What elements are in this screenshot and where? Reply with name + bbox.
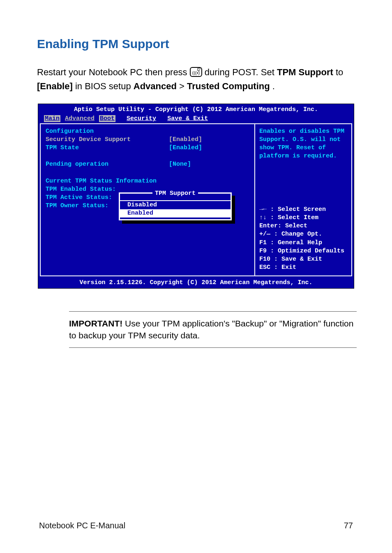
- pending-operation-value: [None]: [169, 160, 191, 169]
- configuration-label: Configuration: [46, 127, 250, 136]
- hint-f1: F1 : General Help: [259, 239, 349, 247]
- popup-option-enabled[interactable]: Enabled: [120, 209, 231, 217]
- intro-text-to: to: [336, 67, 343, 77]
- bios-key-hints: →← : Select Screen ↑↓ : Select Item Ente…: [259, 206, 349, 272]
- important-note: IMPORTANT! Use your TPM application's "B…: [69, 311, 357, 348]
- f2-label: f2: [197, 68, 200, 72]
- tab-main[interactable]: Main: [44, 115, 60, 122]
- pending-operation-row[interactable]: Pending operation [None]: [46, 160, 250, 169]
- hint-esc: ESC : Exit: [259, 264, 349, 272]
- tpm-support-popup: TPM Support Disabled Enabled: [119, 192, 232, 221]
- tpm-state-row[interactable]: TPM State [Enabled]: [46, 144, 250, 152]
- hint-enter: Enter: Select: [259, 222, 349, 230]
- bios-screenshot: Aptio Setup Utility - Copyright (C) 2012…: [38, 104, 354, 289]
- bios-header: Aptio Setup Utility - Copyright (C) 2012…: [38, 104, 354, 114]
- tab-advanced[interactable]: Advanced: [60, 115, 99, 122]
- hint-select-screen: →← : Select Screen: [259, 206, 349, 214]
- tpm-support-bold: TPM Support: [277, 67, 333, 77]
- footer-left: Notebook PC E-Manual: [39, 521, 125, 530]
- security-device-support-label: Security Device Support: [46, 136, 169, 144]
- f2-key-icon: (((•)f2: [190, 67, 202, 77]
- tpm-state-value: [Enabled]: [169, 144, 202, 152]
- enable-bold: [Enable]: [37, 81, 73, 91]
- hint-select-item: ↑↓ : Select Item: [259, 214, 349, 222]
- bios-help-text: Enables or disables TPM Support. O.S. wi…: [259, 127, 349, 206]
- section-heading: Enabling TPM Support: [37, 37, 355, 51]
- security-device-support-row[interactable]: Security Device Support [Enabled]: [46, 136, 250, 144]
- bios-tabs: Main Advanced Boot Security Save & Exit: [38, 114, 354, 123]
- pending-operation-label: Pending operation: [46, 160, 169, 169]
- tab-boot[interactable]: Boot: [99, 115, 115, 122]
- important-label: IMPORTANT!: [69, 319, 122, 328]
- intro-period: .: [272, 81, 275, 91]
- bios-footer: Version 2.15.1226. Copyright (C) 2012 Am…: [38, 278, 354, 288]
- current-tpm-status-heading: Current TPM Status Information: [46, 177, 250, 185]
- footer-page-number: 77: [344, 521, 353, 530]
- intro-text-1: Restart your Notebook PC then press: [37, 67, 190, 77]
- bios-right-panel: Enables or disables TPM Support. O.S. wi…: [254, 123, 352, 276]
- tab-save-exit[interactable]: Save & Exit: [167, 115, 208, 122]
- intro-paragraph: Restart your Notebook PC then press (((•…: [37, 65, 355, 93]
- intro-text-in: in BIOS setup: [75, 81, 134, 91]
- intro-text-2: during POST. Set: [205, 67, 277, 77]
- advanced-bold: Advanced: [134, 81, 177, 91]
- trusted-bold: Trusted Computing: [187, 81, 270, 91]
- security-device-support-value: [Enabled]: [169, 136, 202, 144]
- popup-option-disabled[interactable]: Disabled: [120, 201, 231, 209]
- hint-f9: F9 : Optimized Defaults: [259, 247, 349, 255]
- bios-left-panel: Configuration Security Device Support [E…: [40, 123, 254, 276]
- intro-gt: >: [179, 81, 187, 91]
- popup-title: TPM Support: [120, 194, 231, 201]
- tpm-state-label: TPM State: [46, 144, 169, 152]
- tab-security[interactable]: Security: [127, 115, 156, 122]
- hint-f10: F10 : Save & Exit: [259, 255, 349, 264]
- page-footer: Notebook PC E-Manual 77: [39, 521, 353, 530]
- hint-change: +/— : Change Opt.: [259, 230, 349, 238]
